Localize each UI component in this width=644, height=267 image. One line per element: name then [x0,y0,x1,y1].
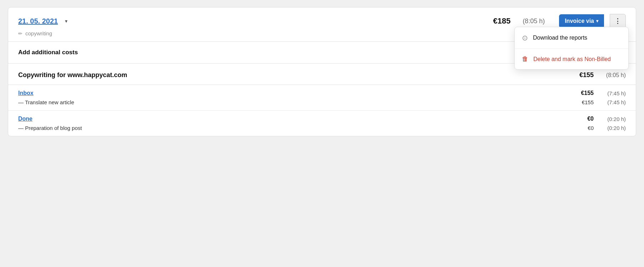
task-sub-row-inbox: — Translate new article €155 (7:45 h) [18,98,626,109]
task-sub-row-done: — Preparation of blog post €0 (0:20 h) [18,124,626,135]
inbox-link[interactable]: Inbox [18,90,565,96]
pencil-icon: ✏ [18,31,22,36]
done-sub-amount: €0 [565,125,594,131]
inbox-time: (7:45 h) [594,90,626,96]
done-time: (0:20 h) [594,116,626,122]
trash-icon: 🗑 [522,55,528,63]
inbox-sub-time: (7:45 h) [594,99,626,105]
delete-mark-label: Delete and mark as Non-Billed [533,56,611,62]
subtitle-text: copywriting [25,30,52,36]
done-sub-label: — Preparation of blog post [18,125,565,131]
inbox-sub-amount: €155 [565,99,594,105]
inbox-amount: €155 [565,90,594,96]
date-link[interactable]: 21. 05. 2021 [18,17,58,25]
invoice-via-button[interactable]: Invoice via ▾ [559,14,604,28]
task-label-row-done: Done €0 (0:20 h) [18,112,626,124]
task-group-done: Done €0 (0:20 h) — Preparation of blog p… [8,111,636,136]
invoice-btn-chevron-icon: ▾ [596,19,598,24]
section-amount: €155 [565,71,594,79]
section-title: Copywriting for www.happycat.com [18,71,565,79]
add-costs-label: Add additional costs [18,49,78,56]
download-icon: ⊙ [522,34,528,42]
task-groups: Inbox €155 (7:45 h) — Translate new arti… [8,85,636,136]
chevron-down-icon: ▾ [65,18,67,24]
header-time: (8:05 h) [523,17,545,25]
done-sub-time: (0:20 h) [594,125,626,131]
task-label-row-inbox: Inbox €155 (7:45 h) [18,86,626,98]
download-reports-label: Download the reports [533,35,587,41]
header-amount: €185 [493,16,510,26]
invoice-via-label: Invoice via [565,18,594,24]
download-reports-item[interactable]: ⊙ Download the reports [515,27,628,49]
inbox-sub-label: — Translate new article [18,99,565,105]
main-card: 21. 05. 2021 ▾ €185 (8:05 h) Invoice via… [8,7,636,136]
done-link[interactable]: Done [18,116,565,122]
section-time: (8:05 h) [594,72,626,79]
dropdown-menu: ⊙ Download the reports 🗑 Delete and mark… [514,27,629,70]
more-options-button[interactable]: ⋮ [610,14,626,28]
done-amount: €0 [565,116,594,122]
task-group-inbox: Inbox €155 (7:45 h) — Translate new arti… [8,85,636,111]
delete-mark-item[interactable]: 🗑 Delete and mark as Non-Billed [515,49,628,69]
